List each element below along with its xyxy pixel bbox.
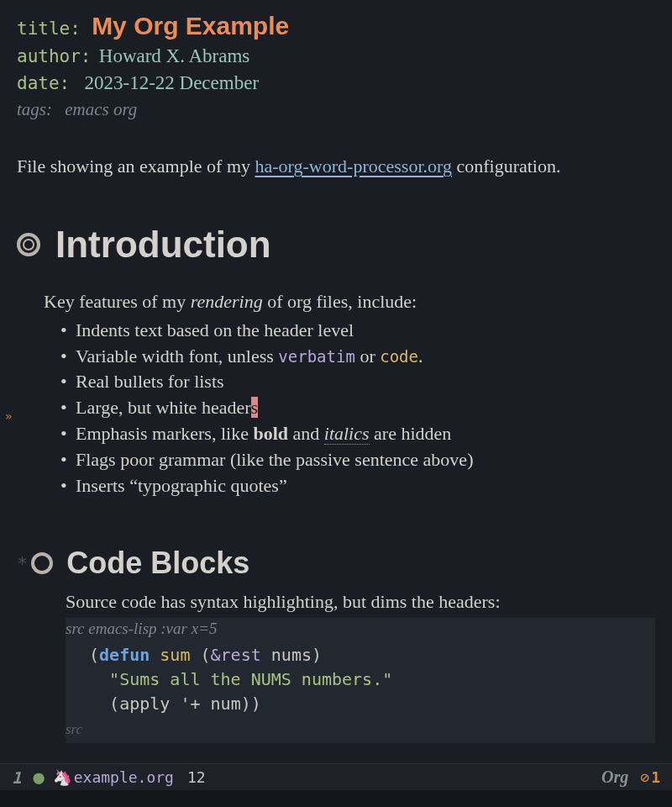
heading-bullet-icon — [31, 552, 53, 574]
code-text: code — [380, 347, 418, 366]
config-link[interactable]: ha-org-word-processor.org — [255, 156, 452, 177]
line-number: 12 — [187, 768, 206, 786]
verbatim-text: verbatim — [278, 347, 355, 366]
meta-author-line: author: Howard X. Abrams — [17, 45, 655, 67]
feature-list: Indents text based on the header level V… — [60, 318, 655, 499]
list-item: Inserts “typographic quotes” — [60, 473, 655, 499]
list-item: Large, but white headers — [60, 395, 655, 421]
src-begin-line: src emacs-lisp :var x=5 — [66, 618, 655, 640]
src-end-line: src — [66, 720, 655, 743]
editor-buffer[interactable]: title: My Org Example author: Howard X. … — [0, 0, 672, 743]
author-key: author — [17, 46, 81, 66]
warning-icon[interactable]: ⊘ — [640, 768, 649, 786]
section-code-blocks-body: Source code has syntax highlighting, but… — [66, 591, 655, 743]
code-content[interactable]: (defun sum (&rest nums) "Sums all the NU… — [66, 640, 655, 720]
window-number: 1 — [12, 768, 21, 787]
buffer-name[interactable]: example.org — [74, 768, 174, 786]
list-item: Emphasis markers, like bold and italics … — [60, 421, 655, 447]
meta-date-line: date: 2023-12-22 December — [17, 72, 655, 94]
meta-tags-line: tags: emacs org — [17, 99, 655, 120]
author-value: Howard X. Abrams — [99, 45, 250, 66]
heading-code-blocks[interactable]: * Code Blocks — [17, 546, 655, 581]
org-star-marker: * — [17, 553, 28, 574]
source-block[interactable]: src emacs-lisp :var x=5 (defun sum (&res… — [66, 618, 655, 743]
title-value: My Org Example — [92, 12, 289, 40]
modified-indicator-icon: ● — [33, 767, 44, 788]
title-key: title — [17, 18, 70, 39]
tags-key: tags: — [17, 99, 52, 119]
error-count[interactable]: 1 — [651, 768, 660, 786]
list-item: Variable width font, unless verbatim or … — [60, 344, 655, 370]
date-key: date — [17, 73, 60, 93]
heading-introduction[interactable]: Introduction — [17, 224, 655, 266]
cursor-position: s — [251, 397, 259, 418]
intro-paragraph: File showing an example of my ha-org-wor… — [17, 154, 655, 180]
list-item: Indents text based on the header level — [60, 318, 655, 344]
section-introduction-body: Key features of my rendering of org file… — [44, 291, 655, 499]
date-value: 2023-12-22 December — [84, 72, 259, 93]
list-item: Real bullets for lists — [60, 369, 655, 395]
meta-title-line: title: My Org Example — [17, 12, 655, 40]
code-blocks-para: Source code has syntax highlighting, but… — [66, 591, 655, 613]
fringe-indicator-icon: » — [5, 409, 12, 423]
tags-value: emacs org — [65, 99, 137, 119]
intro-body-para: Key features of my rendering of org file… — [44, 291, 655, 313]
mode-icon: 🦄 — [53, 768, 71, 786]
list-item: Flags poor grammar (like the passive sen… — [60, 447, 655, 473]
major-mode[interactable]: Org — [601, 767, 628, 787]
echo-area — [0, 790, 672, 807]
heading-bullet-icon — [17, 233, 40, 256]
modeline[interactable]: 1 ● 🦄 example.org 12 Org ⊘ 1 — [0, 763, 672, 790]
